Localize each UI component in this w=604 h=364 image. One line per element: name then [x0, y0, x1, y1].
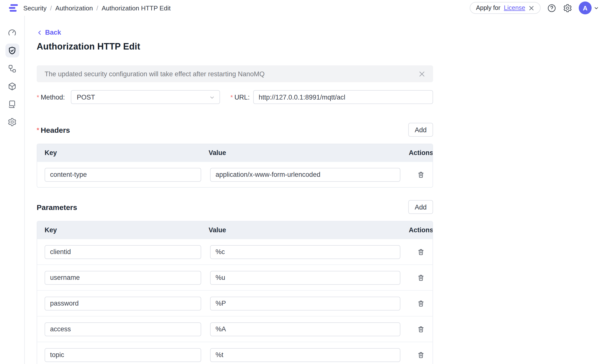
delete-row-button[interactable] [415, 246, 427, 258]
restart-notice-banner: The updated security configuration will … [37, 65, 433, 82]
url-label: *URL: [220, 93, 253, 101]
help-circle-icon[interactable] [547, 3, 556, 13]
trash-icon [417, 351, 424, 359]
column-header-value: Value [209, 226, 409, 234]
param-value-input[interactable] [210, 296, 400, 310]
param-key-input[interactable] [45, 271, 201, 285]
table-row [37, 239, 433, 264]
license-pill-text: Apply for [476, 4, 500, 11]
delete-row-button[interactable] [415, 169, 427, 181]
method-label: *Method: [37, 93, 71, 101]
headers-section-title: *Headers [37, 126, 70, 134]
trash-icon [417, 171, 424, 179]
header-value-input[interactable] [210, 168, 400, 182]
trash-icon [417, 248, 424, 256]
table-row [37, 161, 433, 187]
required-mark: * [37, 126, 39, 133]
table-row [37, 290, 433, 316]
sidebar-item-bridges[interactable] [5, 79, 19, 93]
menu-logo-icon[interactable] [8, 3, 19, 13]
column-header-actions: Actions [409, 226, 433, 234]
table-row [37, 342, 433, 364]
trash-icon [417, 274, 424, 282]
user-menu[interactable]: A [579, 1, 599, 14]
sidebar [0, 16, 25, 364]
page-title: Authorization HTTP Edit [37, 42, 433, 52]
headers-section-head: *Headers Add [37, 123, 433, 137]
parameters-section-title: Parameters [37, 203, 77, 211]
gear-icon[interactable] [563, 3, 572, 13]
column-header-key: Key [37, 149, 209, 156]
breadcrumb-separator: / [50, 4, 52, 12]
param-value-input[interactable] [210, 322, 400, 336]
parameters-section-head: Parameters Add [37, 200, 433, 214]
param-value-input[interactable] [210, 245, 400, 259]
avatar[interactable]: A [579, 1, 592, 14]
license-close-icon[interactable] [529, 5, 534, 11]
table-row [37, 316, 433, 342]
table-row [37, 264, 433, 290]
back-label: Back [45, 29, 61, 36]
top-header: Security / Authorization / Authorization… [0, 0, 604, 16]
delete-row-button[interactable] [415, 297, 427, 309]
param-key-input[interactable] [45, 348, 201, 362]
column-header-value: Value [209, 149, 409, 156]
gauge-icon [7, 28, 17, 37]
sidebar-item-logs[interactable] [5, 97, 19, 111]
param-value-input[interactable] [210, 271, 400, 285]
param-value-input[interactable] [210, 348, 400, 362]
shield-check-icon [7, 46, 17, 55]
delete-row-button[interactable] [415, 272, 427, 284]
sidebar-item-dashboard[interactable] [5, 26, 19, 40]
headers-add-button[interactable]: Add [408, 123, 433, 137]
trash-icon [417, 299, 424, 307]
delete-row-button[interactable] [415, 349, 427, 361]
alert-text: The updated security configuration will … [45, 70, 265, 78]
sidebar-item-connections[interactable] [5, 61, 19, 75]
header-key-input[interactable] [45, 168, 201, 182]
license-pill[interactable]: Apply for License [469, 2, 541, 14]
gear-icon [7, 117, 17, 127]
nodes-icon [7, 64, 17, 73]
trash-icon [417, 325, 424, 333]
headers-table: Key Value Actions [37, 144, 433, 188]
chevron-down-icon [209, 95, 215, 101]
required-mark: * [230, 93, 233, 101]
main-content: Back Authorization HTTP Edit The updated… [25, 16, 604, 364]
back-link[interactable]: Back [37, 29, 61, 36]
method-url-row: *Method: POST *URL: [37, 90, 433, 104]
url-input[interactable] [253, 90, 433, 104]
delete-row-button[interactable] [415, 323, 427, 335]
required-mark: * [37, 93, 39, 101]
sidebar-item-security[interactable] [5, 44, 19, 57]
license-link[interactable]: License [504, 4, 525, 11]
chevron-left-icon [37, 29, 43, 35]
scroll-icon [7, 99, 17, 109]
breadcrumb-authorization[interactable]: Authorization [55, 4, 93, 12]
param-key-input[interactable] [45, 322, 201, 336]
sidebar-item-settings[interactable] [5, 115, 19, 129]
column-header-actions: Actions [409, 149, 433, 156]
breadcrumb: Security / Authorization / Authorization… [23, 4, 171, 12]
parameters-table: Key Value Actions [37, 221, 433, 364]
breadcrumb-security[interactable]: Security [23, 4, 47, 12]
parameters-add-button[interactable]: Add [408, 200, 433, 214]
parameters-table-header: Key Value Actions [37, 221, 433, 239]
breadcrumb-current-page: Authorization HTTP Edit [102, 4, 170, 12]
column-header-key: Key [37, 226, 209, 234]
app-root: Security / Authorization / Authorization… [0, 0, 604, 364]
headers-table-header: Key Value Actions [37, 144, 433, 161]
chevron-down-icon [594, 5, 599, 11]
param-key-input[interactable] [45, 296, 201, 310]
param-key-input[interactable] [45, 245, 201, 259]
method-select[interactable]: POST [71, 90, 220, 104]
alert-close-icon[interactable] [419, 71, 425, 77]
header-actions: Apply for License A [469, 1, 599, 14]
breadcrumb-separator: / [96, 4, 98, 12]
cube-icon [7, 81, 17, 91]
method-selected-value: POST [77, 93, 95, 101]
